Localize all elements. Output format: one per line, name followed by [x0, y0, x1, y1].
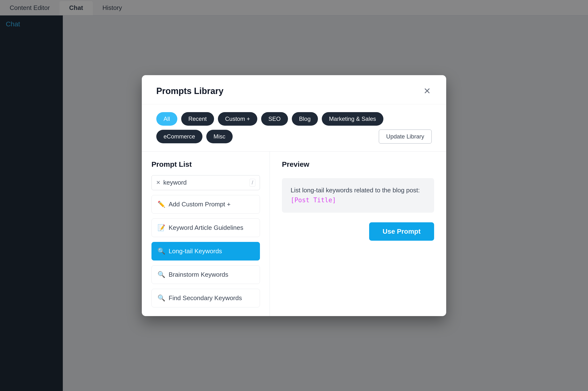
keyword-article-icon: 📝 [158, 224, 165, 231]
preview-panel: Preview List long-tail keywords related … [270, 152, 446, 316]
search-clear-icon[interactable]: ✕ [156, 180, 161, 186]
prompt-item-label: Brainstorm Keywords [168, 271, 228, 278]
filter-bar: All Recent Custom + SEO Blog Marketing &… [142, 104, 446, 151]
preview-variable: [Post Title] [291, 196, 336, 204]
filter-marketing[interactable]: Marketing & Sales [322, 112, 383, 126]
prompt-item-add-custom[interactable]: ✏️ Add Custom Prompt + [152, 195, 260, 214]
prompt-item-brainstorm[interactable]: 🔍 Brainstorm Keywords [152, 265, 260, 284]
filter-custom[interactable]: Custom + [218, 112, 257, 126]
find-secondary-icon: 🔍 [158, 294, 165, 302]
modal-body: Prompt List ✕ / ✏️ Add Custom Prompt + 📝… [142, 151, 446, 316]
modal-title: Prompts Library [156, 86, 223, 96]
prompt-item-find-secondary[interactable]: 🔍 Find Secondary Keywords [152, 289, 260, 307]
prompts-library-modal: Prompts Library ✕ All Recent Custom + SE… [142, 75, 446, 316]
close-button[interactable]: ✕ [422, 86, 432, 97]
filter-recent[interactable]: Recent [181, 112, 214, 126]
filter-misc[interactable]: Misc [206, 130, 233, 143]
prompt-item-longtail[interactable]: 🔍 Long-tail Keywords [152, 242, 260, 261]
prompt-list-title: Prompt List [152, 160, 260, 168]
prompt-item-keyword-article[interactable]: 📝 Keyword Article Guidelines [152, 218, 260, 237]
search-slash-hint: / [250, 179, 255, 187]
search-input[interactable] [163, 179, 247, 186]
filter-all[interactable]: All [156, 112, 177, 126]
modal-header: Prompts Library ✕ [142, 75, 446, 104]
prompt-item-label: Long-tail Keywords [168, 247, 222, 255]
prompt-item-label: Find Secondary Keywords [168, 294, 242, 302]
preview-box: List long-tail keywords related to the b… [282, 178, 434, 213]
modal-overlay: Prompts Library ✕ All Recent Custom + SE… [0, 0, 588, 391]
preview-text-before: List long-tail keywords related to the b… [291, 187, 420, 194]
filter-seo[interactable]: SEO [261, 112, 288, 126]
longtail-icon: 🔍 [158, 247, 165, 255]
update-library-button[interactable]: Update Library [379, 129, 432, 144]
preview-title: Preview [282, 160, 434, 168]
prompt-list-panel: Prompt List ✕ / ✏️ Add Custom Prompt + 📝… [142, 152, 270, 316]
add-custom-icon: ✏️ [158, 200, 165, 208]
filter-ecommerce[interactable]: eCommerce [156, 130, 202, 143]
prompt-item-label: Add Custom Prompt + [168, 200, 231, 208]
search-box: ✕ / [152, 175, 260, 190]
use-prompt-button[interactable]: Use Prompt [369, 222, 434, 241]
filter-blog[interactable]: Blog [292, 112, 318, 126]
prompt-item-label: Keyword Article Guidelines [168, 224, 243, 231]
brainstorm-icon: 🔍 [158, 271, 165, 278]
